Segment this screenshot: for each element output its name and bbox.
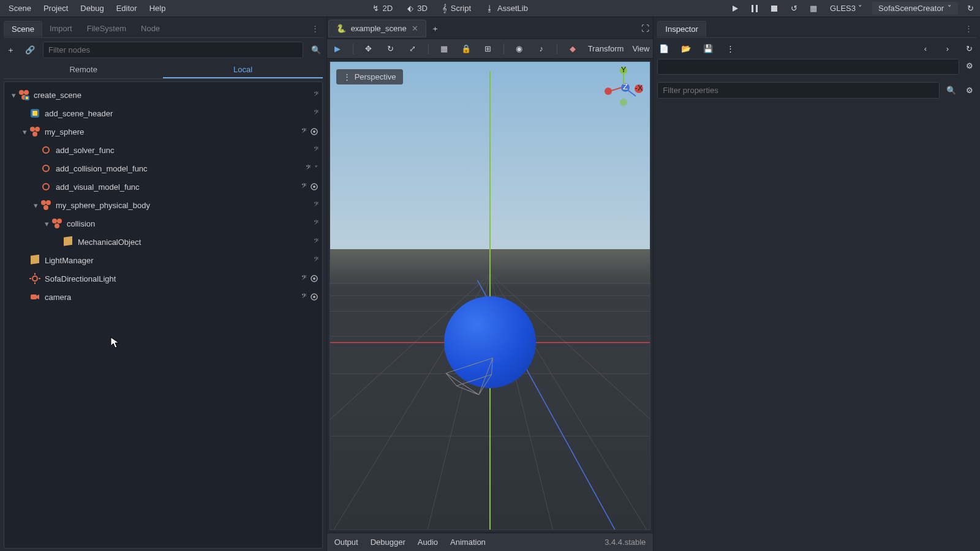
save-resource-icon[interactable]: 💾 <box>701 42 715 55</box>
script-icon[interactable]: 𝄢 <box>314 200 318 210</box>
settings-icon[interactable]: ⚙ <box>963 84 976 97</box>
snap-icon[interactable]: ▦ <box>437 42 451 56</box>
scene-tree[interactable]: ▾ create_scene 𝄢 add_scene_header 𝄢▾ my_… <box>4 81 323 549</box>
link-icon[interactable]: 🔗 <box>23 43 37 57</box>
script-o-icon[interactable]: 𝄢 <box>306 163 311 173</box>
move-tool-icon[interactable]: ✥ <box>362 42 375 56</box>
camera-icon[interactable]: ◉ <box>513 42 526 56</box>
tab-inspector[interactable]: Inspector <box>657 21 706 37</box>
gizmo-icon[interactable]: ◆ <box>566 42 579 56</box>
tree-node[interactable]: MechanicalObject 𝄢 <box>4 233 322 251</box>
mode-2d[interactable]: ↯2D <box>366 1 399 16</box>
expand-icon[interactable]: ⛶ <box>638 22 652 36</box>
tree-node[interactable]: ▾ create_scene 𝄢 <box>4 86 322 104</box>
vis-icon[interactable] <box>310 274 318 283</box>
expand-arrow-icon[interactable]: ▾ <box>9 91 18 100</box>
expand-arrow-icon[interactable]: ▾ <box>42 219 51 228</box>
new-resource-icon[interactable]: 📄 <box>657 42 671 55</box>
tree-node[interactable]: ▾ my_sphere_physical_body 𝄢 <box>4 196 322 214</box>
view-menu[interactable]: View <box>632 44 649 53</box>
scene-tab[interactable]: 🐍 example_scene ✕ <box>328 20 426 37</box>
add-node-icon[interactable]: ＋ <box>4 43 17 57</box>
search-icon[interactable]: 🔍 <box>309 43 323 57</box>
reload-project-icon[interactable]: ↻ <box>964 2 978 15</box>
vis-icon[interactable] <box>310 182 318 191</box>
mode-script[interactable]: 𝄞Script <box>436 1 477 16</box>
renderer-select[interactable]: GLES3˅ <box>826 2 866 14</box>
scale-tool-icon[interactable]: ⤢ <box>406 42 420 56</box>
warn-icon[interactable]: ˅ <box>314 164 318 173</box>
local-tab[interactable]: Local <box>163 62 322 78</box>
close-icon[interactable]: ✕ <box>412 24 418 33</box>
script-icon[interactable]: 𝄢 <box>314 237 318 247</box>
panel-audio[interactable]: Audio <box>418 538 438 547</box>
viewport-gizmo[interactable]: Y -X Z <box>602 66 645 108</box>
script-icon[interactable]: 𝄢 <box>314 90 318 100</box>
tree-node[interactable]: add_solver_func 𝄢 <box>4 141 322 159</box>
panel-debugger[interactable]: Debugger <box>371 538 405 547</box>
script-o-icon[interactable]: 𝄢 <box>301 292 306 302</box>
tree-node[interactable]: ▾ collision 𝄢 <box>4 214 322 233</box>
transform-menu[interactable]: Transform <box>588 44 624 53</box>
rotate-tool-icon[interactable]: ↻ <box>384 42 398 56</box>
project-select[interactable]: SofaSceneCreator˅ <box>872 2 958 15</box>
panel-animation[interactable]: Animation <box>450 538 486 547</box>
tab-import[interactable]: Import <box>42 21 80 36</box>
tree-node[interactable]: add_collision_model_func 𝄢˅ <box>4 159 322 178</box>
history-menu-icon[interactable]: ↻ <box>963 42 976 55</box>
menu-help[interactable]: Help <box>143 1 172 15</box>
filter-nodes-input[interactable] <box>43 42 303 58</box>
expand-arrow-icon[interactable]: ▾ <box>20 127 29 137</box>
play-button[interactable] <box>728 2 742 15</box>
viewport-3d[interactable]: ⋮ Perspective Y -X Z <box>330 61 651 530</box>
script-icon[interactable]: 𝄢 <box>314 219 318 228</box>
panel-output[interactable]: Output <box>334 538 358 547</box>
tab-filesystem[interactable]: FileSystem <box>80 21 134 36</box>
mesh-icon <box>62 236 74 248</box>
script-o-icon[interactable]: 𝄢 <box>301 182 306 192</box>
tree-node[interactable]: LightManager 𝄢 <box>4 251 322 269</box>
lock-icon[interactable]: 🔒 <box>459 42 473 56</box>
menu-debug[interactable]: Debug <box>74 1 110 15</box>
expand-arrow-icon[interactable]: ▾ <box>31 201 40 210</box>
select-tool-icon[interactable]: ▶ <box>331 42 344 56</box>
group-icon[interactable]: ⊞ <box>481 42 495 56</box>
perspective-button[interactable]: ⋮ Perspective <box>336 69 403 84</box>
menu-scene[interactable]: Scene <box>2 1 37 15</box>
more-icon[interactable]: ⋮ <box>723 42 737 55</box>
dock-menu-icon[interactable]: ⋮ <box>961 24 976 33</box>
resource-path[interactable] <box>657 59 959 75</box>
reload-icon[interactable]: ↺ <box>787 2 801 15</box>
tree-node[interactable]: SofaDirectionalLight 𝄢 <box>4 269 322 288</box>
pause-button[interactable] <box>748 2 761 15</box>
tree-node[interactable]: add_scene_header 𝄢 <box>4 104 322 122</box>
tree-node[interactable]: add_visual_model_func 𝄢 <box>4 178 322 196</box>
script-icon[interactable]: 𝄢 <box>314 255 318 265</box>
vis-icon[interactable] <box>310 127 318 136</box>
tree-node[interactable]: ▾ my_sphere 𝄢 <box>4 122 322 141</box>
search-icon[interactable]: 🔍 <box>944 84 958 97</box>
script-icon[interactable]: 𝄢 <box>314 108 318 118</box>
resource-extra-icon[interactable]: ⚙ <box>963 59 976 72</box>
script-o-icon[interactable]: 𝄢 <box>301 127 306 137</box>
vis-icon[interactable] <box>310 293 318 301</box>
menu-project[interactable]: Project <box>37 1 74 15</box>
play-scene-icon[interactable]: ▦ <box>807 2 820 15</box>
listener-icon[interactable]: ♪ <box>535 42 548 56</box>
tab-node[interactable]: Node <box>134 21 167 36</box>
history-fwd-icon[interactable]: › <box>941 42 954 55</box>
history-back-icon[interactable]: ‹ <box>919 42 932 55</box>
mode-assetlib[interactable]: ⭳AssetLib <box>480 1 534 16</box>
remote-tab[interactable]: Remote <box>4 62 163 78</box>
dock-menu-icon[interactable]: ⋮ <box>307 24 323 33</box>
tab-scene[interactable]: Scene <box>4 21 42 37</box>
script-o-icon[interactable]: 𝄢 <box>301 274 306 283</box>
mode-3d[interactable]: ⬖3D <box>401 1 434 16</box>
load-resource-icon[interactable]: 📂 <box>679 42 693 55</box>
script-icon[interactable]: 𝄢 <box>314 145 318 155</box>
stop-button[interactable] <box>767 2 781 15</box>
filter-properties-input[interactable] <box>657 82 940 99</box>
tree-node[interactable]: camera 𝄢 <box>4 288 322 306</box>
menu-editor[interactable]: Editor <box>110 1 143 15</box>
add-tab-icon[interactable]: ＋ <box>429 22 442 36</box>
